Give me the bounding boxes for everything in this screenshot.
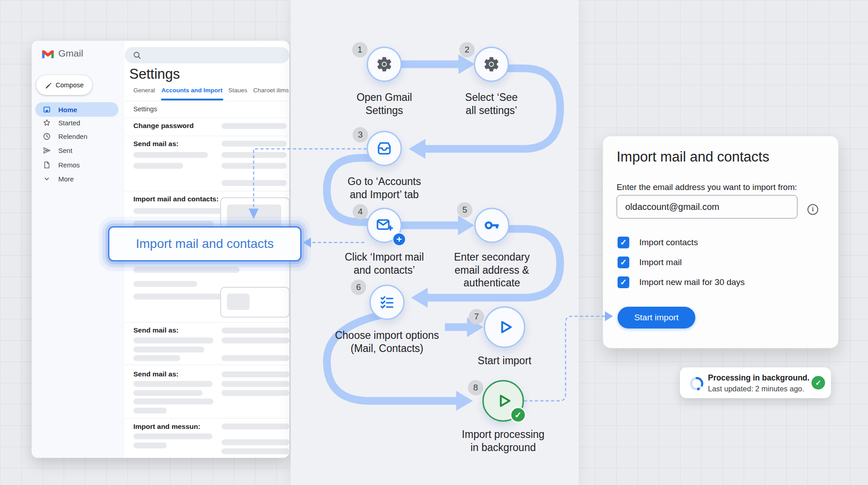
checkbox-label: Import contacts: [639, 238, 698, 247]
placeholder-bar: [222, 381, 289, 387]
step-4-node: +: [367, 208, 402, 243]
divider: [125, 136, 289, 136]
placeholder-bar: [222, 423, 289, 429]
tab-staues[interactable]: Staues: [228, 87, 247, 94]
step-number-badge: 5: [457, 202, 472, 218]
step-2-label: Select ‘See all settings’: [450, 91, 533, 117]
placeholder-bar: [133, 267, 240, 273]
placeholder-bar: [222, 163, 287, 169]
checkbox-row[interactable]: ✓ Import mail: [618, 257, 682, 268]
search-input[interactable]: [125, 47, 289, 63]
step-number-badge: 1: [352, 42, 368, 57]
flow-panel: [291, 0, 579, 485]
placeholder-bar: [133, 347, 204, 352]
checkbox-checked-icon[interactable]: ✓: [618, 257, 629, 268]
placeholder-bar: [133, 281, 197, 287]
step-7-label: Start import: [467, 354, 542, 367]
start-import-button[interactable]: Start import: [618, 307, 695, 328]
sidebar-item-label: Remos: [58, 161, 80, 169]
sidebar-item-started[interactable]: Started: [35, 116, 118, 129]
sidebar-item-label: Sent: [58, 147, 72, 154]
placeholder-bar: [222, 338, 289, 343]
divider: [125, 118, 289, 118]
processing-toast: Processing in background. Last updated: …: [680, 367, 831, 398]
checkbox-checked-icon[interactable]: ✓: [618, 237, 629, 248]
step-3-label: Go to ‘Accounts and Import’ tab: [331, 175, 437, 201]
step-5-node: [474, 208, 509, 243]
tab-accounts-and-import[interactable]: Accounts and Import: [161, 87, 222, 94]
step-7-node: [484, 306, 525, 348]
step-3-node: [367, 131, 402, 166]
step-1-node: [367, 47, 402, 82]
sidebar-item-sent[interactable]: Sent: [35, 143, 118, 157]
placeholder-bar: [133, 390, 203, 396]
placeholder-bar: [133, 163, 183, 169]
success-check-icon: ✓: [811, 376, 825, 390]
file-icon: [43, 161, 51, 169]
mail-plus-icon: [375, 216, 393, 234]
play-icon: [494, 391, 513, 410]
step-6-label: Choose import options (Mail, Contacts): [327, 329, 447, 355]
pencil-icon: [45, 81, 52, 89]
check-badge-icon: ✓: [510, 407, 526, 423]
placeholder-bar: [133, 408, 167, 414]
settings-row-label: Import mail and contacts:: [133, 195, 219, 203]
placeholder-bar: [133, 338, 213, 343]
tab-charoet-ilims[interactable]: Charoet ilims: [253, 87, 289, 94]
gear-icon: [483, 56, 500, 73]
active-tab-underline: [161, 99, 223, 100]
sidebar-item-label: Relenden: [58, 133, 87, 140]
sidebar-item-remos[interactable]: Remos: [35, 158, 118, 171]
sidebar-item-more[interactable]: More: [35, 172, 118, 185]
step-number-badge: 8: [468, 380, 483, 395]
checkbox-row[interactable]: ✓ Import contacts: [618, 237, 698, 248]
email-field-label: Enter the email address you want to impo…: [617, 182, 797, 192]
step-4-label: Click ‘Import mail and contacts’: [331, 251, 437, 276]
settings-row-label: Change password: [133, 122, 194, 130]
step-number-badge: 6: [351, 280, 366, 295]
step-6-node: [369, 285, 405, 320]
inbox-icon: [376, 140, 393, 157]
placeholder-bar: [222, 328, 289, 333]
placeholder-bar: [133, 399, 213, 404]
placeholder-bar: [133, 433, 212, 439]
sidebar-item-label: Home: [58, 106, 77, 114]
compose-button[interactable]: Compose: [36, 75, 92, 95]
placeholder-bar: [133, 152, 208, 158]
info-icon[interactable]: i: [807, 204, 818, 215]
settings-preview-block: [227, 294, 250, 310]
import-dialog: Import mail and contacts Enter the email…: [603, 136, 839, 348]
checkbox-row[interactable]: ✓ Import new mail for 30 days: [618, 276, 745, 288]
sidebar-item-home[interactable]: Home: [35, 102, 118, 117]
sidebar-item-relenden[interactable]: Relenden: [35, 129, 118, 143]
divider: [125, 101, 289, 101]
step-2-node: [474, 47, 509, 82]
checkbox-label: Import new mail for 30 days: [639, 277, 745, 287]
settings-preview-block: [227, 204, 281, 227]
settings-page-title: Settings: [129, 66, 180, 82]
tab-general[interactable]: General: [133, 87, 155, 94]
import-mail-contacts-callout-button[interactable]: Import mail and contacts: [108, 226, 302, 262]
checkbox-checked-icon[interactable]: ✓: [618, 276, 629, 288]
compose-label: Compose: [56, 81, 84, 89]
email-field[interactable]: [617, 195, 797, 219]
placeholder-bar: [222, 439, 289, 445]
placeholder-bar: [222, 141, 287, 147]
step-8-label: Import processing in background: [448, 428, 558, 454]
play-icon: [495, 318, 514, 337]
sidebar-item-label: More: [58, 175, 74, 183]
settings-row-label: Send mail as:: [133, 370, 179, 378]
checklist-icon: [378, 294, 396, 311]
gmail-logo-text: Gmail: [58, 48, 83, 59]
gmail-logo: Gmail: [42, 48, 83, 59]
step-number-badge: 2: [459, 42, 475, 57]
placeholder-bar: [222, 371, 289, 377]
placeholder-bar: [133, 442, 167, 448]
placeholder-bar: [222, 390, 289, 396]
step-number-badge: 4: [353, 204, 368, 219]
sidebar-item-label: Started: [58, 119, 80, 127]
placeholder-bar: [222, 448, 289, 454]
placeholder-bar: [222, 180, 287, 186]
inbox-icon: [43, 106, 51, 114]
divider: [125, 191, 289, 191]
